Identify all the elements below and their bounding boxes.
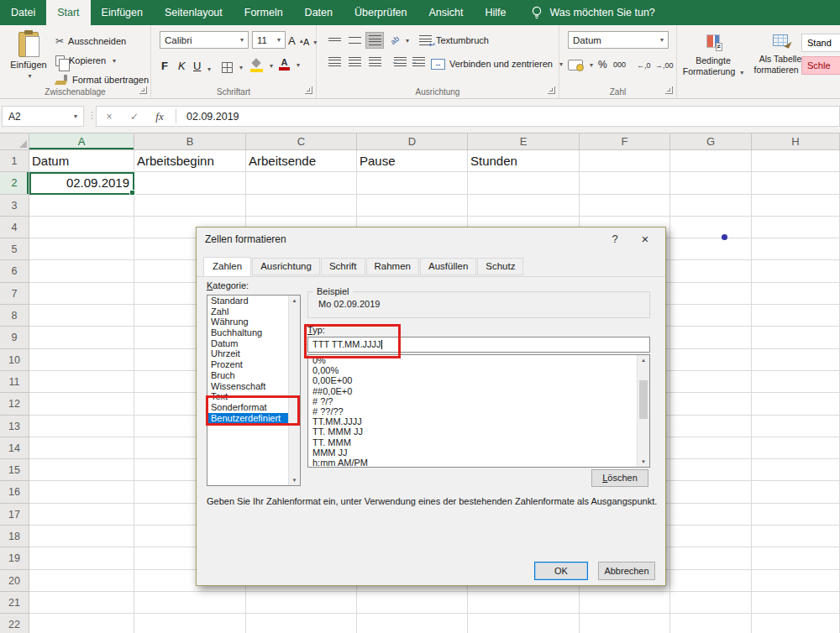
- cell-A3[interactable]: [29, 195, 134, 217]
- ok-button[interactable]: OK: [534, 562, 588, 580]
- cell-F2[interactable]: [580, 172, 670, 194]
- merge-center-button[interactable]: ↔ Verbinden und zentrieren ▾: [431, 55, 563, 72]
- font-color-button[interactable]: A ▾: [279, 56, 300, 73]
- font-size-dropdown-icon[interactable]: ▾: [277, 36, 281, 44]
- cell-H21[interactable]: [752, 592, 840, 614]
- align-middle-button[interactable]: [345, 32, 364, 49]
- cell-E21[interactable]: [468, 592, 580, 614]
- formula-input[interactable]: 02.09.2019: [180, 111, 239, 123]
- align-bottom-button[interactable]: [365, 32, 384, 49]
- row-header-8[interactable]: 8: [0, 305, 29, 327]
- format-item[interactable]: h:mm AM/PM: [308, 458, 637, 468]
- row-header-1[interactable]: 1: [0, 150, 29, 172]
- cell-F3[interactable]: [580, 195, 670, 217]
- align-left-button[interactable]: [325, 54, 344, 71]
- cell-G11[interactable]: [670, 371, 752, 393]
- number-dialog-launcher-icon[interactable]: [665, 86, 673, 94]
- row-header-16[interactable]: 16: [0, 481, 29, 503]
- cell-A1[interactable]: Datum: [29, 150, 134, 172]
- number-format-dropdown-icon[interactable]: ▾: [660, 36, 664, 44]
- category-scrollbar[interactable]: ▲ ▼: [288, 296, 300, 485]
- cell-H22[interactable]: [752, 614, 840, 633]
- category-item-währung[interactable]: Währung: [207, 316, 288, 327]
- cell-A11[interactable]: [29, 371, 134, 393]
- format-scroll-down-icon[interactable]: ▼: [638, 459, 649, 464]
- number-format-combo[interactable]: Datum ▾: [568, 31, 669, 49]
- row-header-14[interactable]: 14: [0, 437, 29, 459]
- ribbon-tab-daten[interactable]: Daten: [294, 0, 344, 25]
- cell-H7[interactable]: [752, 283, 840, 305]
- cell-D3[interactable]: [357, 195, 468, 217]
- cell-B21[interactable]: [134, 592, 246, 614]
- cell-G18[interactable]: [670, 526, 752, 547]
- cell-G4[interactable]: [670, 217, 752, 238]
- font-size-combo[interactable]: 11 ▾: [252, 31, 286, 49]
- column-header-F[interactable]: F: [580, 133, 670, 150]
- row-header-22[interactable]: 22: [0, 614, 29, 633]
- cell-G14[interactable]: [670, 437, 752, 459]
- orientation-dropdown-icon[interactable]: ▾: [406, 37, 409, 44]
- select-all-corner[interactable]: [0, 133, 29, 150]
- cell-H18[interactable]: [752, 526, 840, 547]
- row-header-9[interactable]: 9: [0, 327, 29, 348]
- row-header-15[interactable]: 15: [0, 459, 29, 481]
- cell-G9[interactable]: [670, 327, 752, 348]
- format-scrollbar[interactable]: ▲ ▼: [637, 355, 649, 467]
- cut-button[interactable]: ✂ Ausschneiden: [55, 33, 126, 50]
- cell-G12[interactable]: [670, 393, 752, 415]
- scroll-down-icon[interactable]: ▼: [289, 478, 300, 483]
- ribbon-tab-ansicht[interactable]: Ansicht: [418, 0, 475, 25]
- category-item-bruch[interactable]: Bruch: [207, 370, 288, 381]
- cell-E2[interactable]: [468, 172, 580, 194]
- cell-G13[interactable]: [670, 416, 752, 437]
- increase-font-button[interactable]: A▴: [288, 32, 303, 49]
- cell-A21[interactable]: [29, 592, 134, 614]
- column-header-H[interactable]: H: [752, 133, 840, 150]
- row-header-2[interactable]: 2: [0, 172, 29, 194]
- confirm-entry-icon[interactable]: ✓: [122, 111, 147, 123]
- cell-G2[interactable]: [670, 172, 752, 194]
- cell-H17[interactable]: [752, 504, 840, 526]
- cell-A22[interactable]: [29, 614, 134, 633]
- orientation-button[interactable]: ab ▾: [391, 32, 409, 49]
- cell-H12[interactable]: [752, 393, 840, 415]
- fill-color-button[interactable]: ▾: [250, 57, 273, 74]
- cell-H4[interactable]: [752, 217, 840, 238]
- cell-G15[interactable]: [670, 459, 752, 481]
- row-header-20[interactable]: 20: [0, 570, 29, 592]
- underline-dropdown-icon[interactable]: ▾: [207, 60, 211, 77]
- category-item-wissenschaft[interactable]: Wissenschaft: [207, 381, 288, 392]
- cell-H19[interactable]: [752, 547, 840, 569]
- italic-button[interactable]: K: [178, 57, 186, 74]
- cell-H6[interactable]: [752, 260, 840, 282]
- cell-A7[interactable]: [29, 283, 134, 305]
- comma-style-button[interactable]: 000: [613, 56, 626, 73]
- column-header-C[interactable]: C: [246, 133, 357, 150]
- align-right-button[interactable]: [365, 54, 384, 71]
- dialog-close-button[interactable]: ×: [632, 228, 659, 251]
- ribbon-tab-seitenlayout[interactable]: Seitenlayout: [154, 0, 234, 25]
- cell-A6[interactable]: [29, 260, 134, 282]
- dialog-tab-schrift[interactable]: Schrift: [321, 258, 365, 275]
- cell-G3[interactable]: [670, 195, 752, 217]
- font-color-dropdown-icon[interactable]: ▾: [297, 61, 300, 69]
- cancel-button[interactable]: Abbrechen: [598, 562, 655, 580]
- cell-A16[interactable]: [29, 481, 134, 503]
- cell-G17[interactable]: [670, 504, 752, 526]
- cell-C2[interactable]: [246, 172, 357, 194]
- format-item[interactable]: 0,00%: [308, 365, 637, 375]
- row-header-21[interactable]: 21: [0, 592, 29, 614]
- decrease-font-button[interactable]: A▾: [303, 34, 317, 50]
- row-header-4[interactable]: 4: [0, 217, 29, 238]
- cell-style-schlecht[interactable]: Schle: [801, 56, 840, 75]
- cell-A9[interactable]: [29, 327, 134, 348]
- category-item-buchhaltung[interactable]: Buchhaltung: [207, 327, 288, 338]
- column-header-B[interactable]: B: [134, 133, 246, 150]
- cell-G6[interactable]: [670, 260, 752, 282]
- cell-B1[interactable]: Arbeitsbeginn: [134, 150, 246, 172]
- cell-A18[interactable]: [29, 526, 134, 547]
- cell-A12[interactable]: [29, 393, 134, 415]
- column-header-E[interactable]: E: [468, 133, 580, 150]
- ribbon-tab-start[interactable]: Start: [46, 0, 90, 25]
- cell-B3[interactable]: [134, 195, 246, 217]
